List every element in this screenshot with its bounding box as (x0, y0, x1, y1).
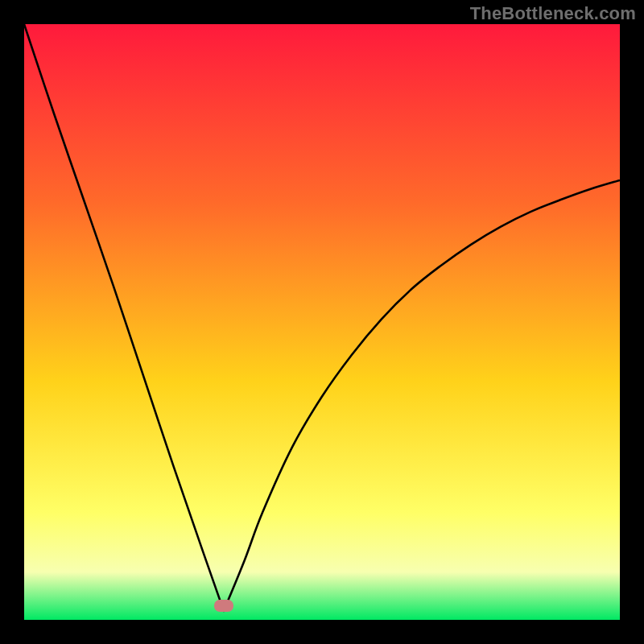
minimum-marker (214, 600, 233, 612)
gradient-background (24, 24, 620, 620)
bottleneck-plot (24, 24, 620, 620)
chart-frame: TheBottleneck.com (0, 0, 644, 644)
watermark-text: TheBottleneck.com (470, 3, 636, 24)
